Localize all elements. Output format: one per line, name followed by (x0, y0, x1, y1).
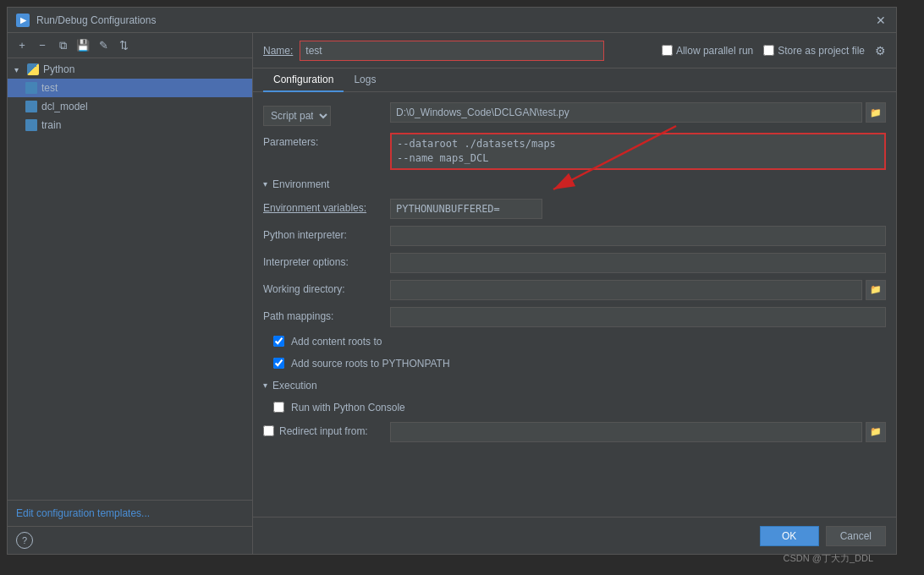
path-mappings-field (390, 307, 886, 327)
env-vars-field (390, 199, 886, 219)
tree-item-label-dcl: dcl_model (41, 101, 88, 112)
parameters-label: Parameters: (263, 133, 390, 148)
name-input[interactable] (300, 41, 604, 61)
watermark: CSDN @丁大力_DDL (783, 552, 873, 565)
tree-item-test[interactable]: test (8, 79, 252, 97)
allow-parallel-run-checkbox[interactable] (662, 45, 673, 56)
help-icon[interactable]: ? (16, 532, 33, 549)
redirect-input-field: 📁 (390, 422, 886, 442)
add-content-roots-label: Add content roots to (291, 336, 382, 348)
environment-section-title: Environment (272, 178, 329, 190)
name-label: Name: (263, 45, 293, 57)
python-console-row: Run with Python Console (253, 397, 896, 419)
copy-button[interactable]: ⧉ (53, 36, 72, 55)
path-mappings-input[interactable] (390, 307, 886, 327)
working-directory-input[interactable] (390, 280, 862, 300)
add-source-roots-checkbox[interactable] (273, 358, 284, 369)
gear-button[interactable]: ⚙ (875, 44, 886, 58)
tree-item-label-train: train (41, 119, 61, 131)
script-path-label: Script path: Module name: (263, 102, 390, 126)
py-file-icon-test (25, 81, 38, 95)
tree-item-train[interactable]: train (8, 116, 252, 134)
parameters-input[interactable]: --dataroot ./datasets/maps --name maps_D… (390, 133, 886, 170)
allow-parallel-run-label[interactable]: Allow parallel run (662, 45, 753, 57)
title-bar: ▶ Run/Debug Configurations ✕ (8, 8, 896, 33)
tab-configuration[interactable]: Configuration (263, 68, 344, 92)
path-mappings-row: Path mappings: (253, 304, 896, 331)
redirect-input-input[interactable] (390, 422, 862, 442)
path-mappings-label: Path mappings: (263, 307, 390, 322)
python-console-checkbox[interactable] (273, 402, 284, 413)
py-file-icon-dcl (25, 100, 38, 113)
python-interpreter-row: Python interpreter: (253, 222, 896, 249)
interpreter-options-input[interactable] (390, 253, 886, 273)
cancel-button[interactable]: Cancel (826, 526, 886, 546)
config-tree: ▾ Python test (8, 58, 252, 500)
py-file-icon-train (25, 118, 38, 132)
sort-button[interactable]: ⇅ (114, 36, 133, 55)
tree-expand-arrow: ▾ (14, 65, 26, 74)
add-source-roots-row: Add source roots to PYTHONPATH (253, 353, 896, 375)
parameters-row: Parameters: --dataroot ./datasets/maps -… (253, 129, 896, 173)
bottom-bar: OK Cancel (253, 517, 896, 554)
left-panel: + − ⧉ 💾 ✎ ⇅ ▾ Python (8, 33, 253, 554)
redirect-input-browse-button[interactable]: 📁 (866, 422, 886, 442)
store-as-project-file-label[interactable]: Store as project file (763, 45, 865, 57)
working-directory-label: Working directory: (263, 280, 390, 295)
environment-arrow-icon: ▾ (263, 179, 267, 189)
redirect-input-row: Redirect input from: 📁 (253, 419, 896, 446)
python-group-icon (26, 63, 40, 76)
env-vars-input[interactable] (390, 199, 542, 219)
help-bar: ? (8, 526, 252, 554)
python-interpreter-input[interactable] (390, 226, 886, 246)
right-panel: Name: Allow parallel run Store as projec… (253, 33, 896, 554)
store-as-project-file-checkbox[interactable] (763, 45, 774, 56)
python-interpreter-field (390, 226, 886, 246)
ok-button[interactable]: OK (760, 526, 819, 546)
redirect-input-checkbox[interactable] (263, 425, 274, 436)
execution-section-header[interactable]: ▾ Execution (253, 375, 896, 397)
app-icon: ▶ (16, 14, 30, 27)
edit-config-templates-link[interactable]: Edit configuration templates... (8, 500, 252, 526)
tree-item-label-test: test (41, 82, 58, 94)
remove-button[interactable]: − (33, 36, 52, 55)
environment-section-header[interactable]: ▾ Environment (253, 173, 896, 195)
working-directory-row: Working directory: 📁 (253, 277, 896, 304)
interpreter-options-field (390, 253, 886, 273)
tab-logs[interactable]: Logs (344, 68, 386, 92)
python-interpreter-label: Python interpreter: (263, 226, 390, 241)
script-path-row: Script path: Module name: 📁 (253, 99, 896, 129)
edit-button[interactable]: ✎ (94, 36, 113, 55)
interpreter-options-row: Interpreter options: (253, 249, 896, 277)
redirect-input-label: Redirect input from: (263, 422, 390, 437)
save-button[interactable]: 💾 (74, 36, 92, 55)
execution-arrow-icon: ▾ (263, 381, 267, 390)
add-content-roots-checkbox[interactable] (273, 336, 284, 347)
config-content: Script path: Module name: 📁 Parameters: … (253, 92, 896, 517)
python-group-label: Python (43, 63, 74, 75)
close-icon[interactable]: ✕ (876, 14, 888, 26)
add-button[interactable]: + (13, 36, 31, 55)
script-path-input[interactable] (390, 102, 862, 123)
name-options: Allow parallel run Store as project file… (662, 44, 886, 58)
working-directory-browse-button[interactable]: 📁 (866, 280, 886, 300)
script-path-browse-button[interactable]: 📁 (866, 102, 886, 123)
dialog-title: Run/Debug Configurations (36, 14, 156, 26)
script-path-field: 📁 (390, 102, 886, 123)
python-console-label: Run with Python Console (291, 402, 405, 413)
execution-section-title: Execution (272, 380, 317, 392)
left-toolbar: + − ⧉ 💾 ✎ ⇅ (8, 33, 252, 58)
name-bar: Name: Allow parallel run Store as projec… (253, 33, 896, 68)
tree-python-group[interactable]: ▾ Python (8, 60, 252, 79)
env-vars-label: Environment variables: (263, 199, 390, 214)
tabs-bar: Configuration Logs (253, 68, 896, 92)
env-vars-row: Environment variables: (253, 195, 896, 222)
tree-item-dcl-model[interactable]: dcl_model (8, 97, 252, 116)
add-source-roots-label: Add source roots to PYTHONPATH (291, 358, 450, 370)
add-content-roots-row: Add content roots to (253, 331, 896, 353)
working-directory-field: 📁 (390, 280, 886, 300)
interpreter-options-label: Interpreter options: (263, 253, 390, 268)
script-path-select[interactable]: Script path: Module name: (263, 106, 331, 126)
